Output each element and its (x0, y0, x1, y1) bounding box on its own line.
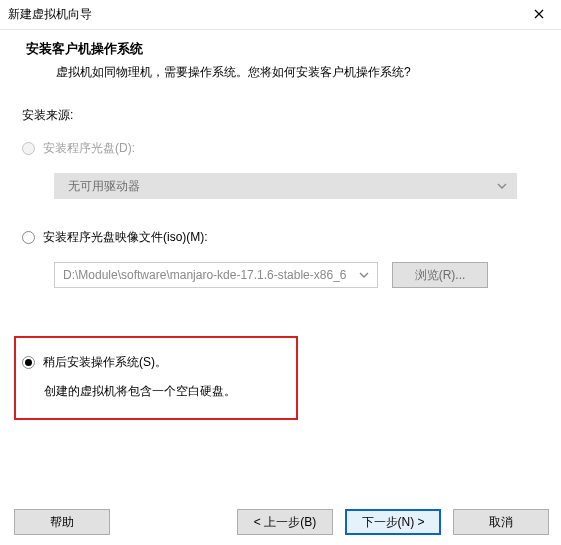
radio-disc (22, 142, 35, 155)
help-label: 帮助 (50, 514, 74, 531)
option-disc-label: 安装程序光盘(D): (43, 140, 135, 157)
option-later-hint: 创建的虚拟机将包含一个空白硬盘。 (22, 383, 292, 400)
cancel-button[interactable]: 取消 (453, 509, 549, 535)
option-later-row[interactable]: 稍后安装操作系统(S)。 (22, 354, 292, 383)
browse-label: 浏览(R)... (415, 267, 466, 284)
iso-path-text: D:\Module\software\manjaro-kde-17.1.6-st… (63, 268, 346, 282)
source-label: 安装来源: (0, 99, 561, 138)
chevron-down-icon (359, 272, 369, 278)
chevron-down-icon (497, 183, 507, 189)
option-disc-row: 安装程序光盘(D): (0, 138, 561, 167)
next-button[interactable]: 下一步(N) > (345, 509, 441, 535)
close-button[interactable] (517, 0, 561, 30)
iso-path-input[interactable]: D:\Module\software\manjaro-kde-17.1.6-st… (54, 262, 378, 288)
browse-button: 浏览(R)... (392, 262, 488, 288)
disc-dropdown-text: 无可用驱动器 (68, 178, 140, 195)
back-button[interactable]: < 上一步(B) (237, 509, 333, 535)
help-button[interactable]: 帮助 (14, 509, 110, 535)
cancel-label: 取消 (489, 514, 513, 531)
option-iso-label: 安装程序光盘映像文件(iso)(M): (43, 229, 208, 246)
titlebar: 新建虚拟机向导 (0, 0, 561, 30)
option-later-highlight: 稍后安装操作系统(S)。 创建的虚拟机将包含一个空白硬盘。 (14, 336, 298, 420)
radio-later[interactable] (22, 356, 35, 369)
option-later-label: 稍后安装操作系统(S)。 (43, 354, 167, 371)
window-title: 新建虚拟机向导 (8, 6, 92, 23)
disc-dropdown: 无可用驱动器 (54, 173, 517, 199)
option-iso-row[interactable]: 安装程序光盘映像文件(iso)(M): (0, 227, 561, 256)
radio-iso[interactable] (22, 231, 35, 244)
iso-controls: D:\Module\software\manjaro-kde-17.1.6-st… (54, 262, 561, 288)
page-subtitle: 虚拟机如同物理机，需要操作系统。您将如何安装客户机操作系统? (0, 62, 561, 99)
close-icon (534, 8, 544, 22)
page-title: 安装客户机操作系统 (0, 30, 561, 62)
back-label: < 上一步(B) (254, 514, 316, 531)
next-label: 下一步(N) > (362, 514, 425, 531)
footer: 帮助 < 上一步(B) 下一步(N) > 取消 (0, 509, 561, 535)
